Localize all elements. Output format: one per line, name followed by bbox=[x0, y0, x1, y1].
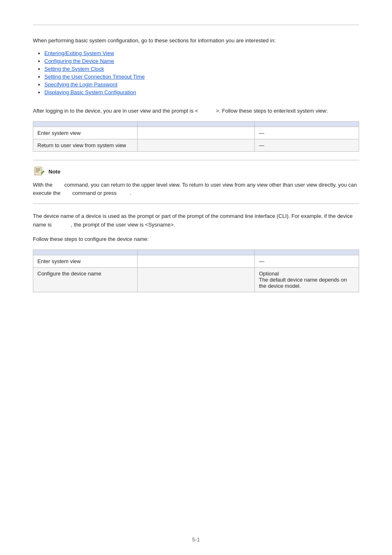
col-remarks-header bbox=[255, 121, 359, 127]
col-command-header bbox=[137, 121, 254, 127]
toc-item-4[interactable]: Setting the User Connection Timeout Time bbox=[44, 74, 359, 80]
remarks-cell: Optional The default device name depends… bbox=[255, 267, 359, 292]
section2-intro2: Follow these steps to configure the devi… bbox=[33, 235, 359, 244]
toc-link-2[interactable]: Configuring the Device Name bbox=[44, 58, 114, 64]
toc-item-6[interactable]: Displaying Basic System Configuration bbox=[44, 89, 359, 95]
remarks-optional: Optional bbox=[259, 271, 279, 277]
intro-text: When performing basic system configurati… bbox=[33, 37, 359, 45]
table-row: Enter system view — bbox=[33, 255, 359, 267]
toc-link-1[interactable]: Entering/Exiting System View bbox=[44, 50, 114, 56]
col-step-header bbox=[33, 250, 138, 255]
svg-rect-0 bbox=[35, 167, 42, 175]
table-row: Configure the device name Optional The d… bbox=[33, 267, 359, 292]
toc-item-3[interactable]: Setting the System Clock bbox=[44, 66, 359, 72]
section2-table: Enter system view — Configure the device… bbox=[33, 250, 359, 292]
svg-rect-1 bbox=[36, 169, 40, 169]
page: When performing basic system configurati… bbox=[0, 0, 392, 555]
toc-link-4[interactable]: Setting the User Connection Timeout Time bbox=[44, 74, 145, 80]
table-row: Return to user view from system view — bbox=[33, 139, 359, 151]
command-cell bbox=[137, 139, 254, 151]
step-cell: Enter system view bbox=[33, 255, 138, 267]
table-header-row bbox=[33, 250, 359, 255]
command-cell bbox=[137, 255, 254, 267]
command-cell bbox=[137, 267, 254, 292]
note-header: Note bbox=[33, 166, 359, 178]
command-cell bbox=[137, 127, 254, 139]
toc-link-6[interactable]: Displaying Basic System Configuration bbox=[44, 89, 136, 95]
toc-item-2[interactable]: Configuring the Device Name bbox=[44, 58, 359, 64]
step-cell: Return to user view from system view bbox=[33, 139, 138, 151]
note-box: Note With the command, you can return to… bbox=[33, 160, 359, 204]
toc-list: Entering/Exiting System View Configuring… bbox=[33, 50, 359, 95]
table-row: Enter system view — bbox=[33, 127, 359, 139]
remarks-cell: — bbox=[255, 127, 359, 139]
toc-link-5[interactable]: Specifying the Login Password bbox=[44, 81, 118, 88]
svg-rect-3 bbox=[36, 171, 39, 172]
col-command-header bbox=[137, 250, 254, 255]
section1-table: Enter system view — Return to user view … bbox=[33, 121, 359, 152]
toc-item-5[interactable]: Specifying the Login Password bbox=[44, 81, 359, 88]
svg-rect-2 bbox=[36, 170, 40, 171]
remarks-cell: — bbox=[255, 255, 359, 267]
step-cell: Configure the device name bbox=[33, 267, 138, 292]
col-step-header bbox=[33, 121, 138, 127]
section1-intro: After logging in to the device, you are … bbox=[33, 107, 359, 116]
page-number: 5-1 bbox=[192, 536, 200, 543]
note-text: With the command, you can return to the … bbox=[33, 181, 359, 198]
table-header-row bbox=[33, 121, 359, 127]
top-divider bbox=[33, 25, 359, 25]
remarks-detail: The default device name depends on the d… bbox=[259, 277, 347, 289]
toc-item-1[interactable]: Entering/Exiting System View bbox=[44, 50, 359, 56]
col-remarks-header bbox=[255, 250, 359, 255]
remarks-cell: — bbox=[255, 139, 359, 151]
step-cell: Enter system view bbox=[33, 127, 138, 139]
page-footer: 5-1 bbox=[0, 536, 392, 543]
toc-link-3[interactable]: Setting the System Clock bbox=[44, 66, 104, 72]
note-icon bbox=[33, 166, 46, 178]
note-label: Note bbox=[48, 169, 60, 175]
section2-intro1: The device name of a device is used as t… bbox=[33, 212, 359, 229]
